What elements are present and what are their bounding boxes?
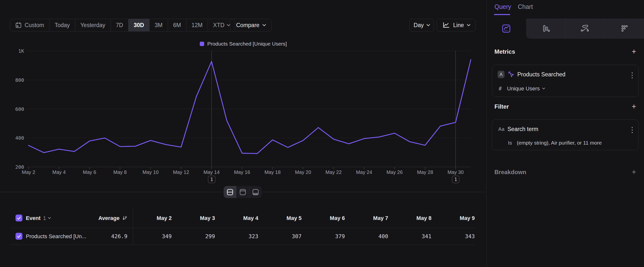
add-breakdown-button[interactable]: + xyxy=(630,168,638,177)
aggregation-dropdown[interactable]: Unique Users xyxy=(507,86,544,92)
kebab-menu-icon[interactable] xyxy=(632,72,633,80)
day-column-header[interactable]: May 4 xyxy=(215,215,258,221)
chevron-down-icon xyxy=(542,87,545,89)
day-column-header[interactable]: May 2 xyxy=(128,215,172,221)
day-value-cell: 323 xyxy=(215,233,258,239)
insights-icon xyxy=(502,24,511,33)
annotation-count-label: 1 xyxy=(210,177,213,182)
day-column-header[interactable]: May 3 xyxy=(172,215,215,221)
x-axis-tick-label: May 6 xyxy=(83,169,96,175)
x-axis-tick-label: May 12 xyxy=(173,169,189,175)
table-header-row: Event 1 Average May 2 May 3 May 4 May 5 … xyxy=(0,208,486,228)
day-value-cell: 349 xyxy=(128,233,172,239)
breakdown-heading: Breakdown xyxy=(494,169,526,176)
kebab-menu-icon[interactable] xyxy=(632,127,633,134)
day-value-cell: 379 xyxy=(302,233,345,239)
retention-icon xyxy=(620,24,629,33)
x-axis-tick-label: May 2 xyxy=(22,169,35,175)
chevron-down-icon xyxy=(48,216,51,219)
tab-insights[interactable] xyxy=(486,19,526,39)
day-column-header[interactable]: May 6 xyxy=(302,215,345,221)
text-property-icon: Aa xyxy=(498,126,504,132)
select-all-checkbox[interactable] xyxy=(16,214,22,221)
x-axis-tick-label: May 18 xyxy=(264,169,281,175)
metric-card[interactable]: A Products Searched # Unique U xyxy=(492,65,638,97)
average-value-cell: 426.9 xyxy=(81,233,128,239)
query-builder-panel: Query Chart xyxy=(486,0,644,267)
x-axis-tick-label: May 4 xyxy=(52,169,66,175)
y-axis-tick-label: 1K xyxy=(18,48,24,54)
split-view-icon xyxy=(226,189,234,196)
filter-value[interactable]: (empty string), Air purifier, or 11 more xyxy=(517,140,602,146)
y-axis-tick-label: 800 xyxy=(15,77,24,83)
check-icon xyxy=(16,215,22,220)
filter-card[interactable]: Aa Search term Is (empty string), Air pu… xyxy=(492,119,638,150)
metric-name: Products Searched xyxy=(517,71,566,78)
tab-retention[interactable] xyxy=(605,19,644,39)
day-value-cell: 341 xyxy=(388,233,432,239)
x-axis-tick-label: May 22 xyxy=(326,169,342,175)
chart-only-view-button[interactable] xyxy=(236,186,249,198)
x-axis-tick-label: May 26 xyxy=(386,169,403,175)
day-column-header[interactable]: May 5 xyxy=(258,215,302,221)
active-tab-underline xyxy=(494,14,510,15)
report-type-tabs xyxy=(486,19,644,39)
funnels-icon xyxy=(542,24,550,33)
day-value-cell: 299 xyxy=(172,233,215,239)
report-main-area: Custom Today Yesterday 7D 30D 3M 6M 12M … xyxy=(0,0,486,267)
y-axis-tick-label: 400 xyxy=(15,135,24,141)
filter-property-name: Search term xyxy=(508,126,538,133)
event-column-header[interactable]: Event 1 xyxy=(26,215,50,221)
table-view-icon xyxy=(252,189,259,196)
tab-flows[interactable] xyxy=(565,19,605,39)
day-column-header[interactable]: May 8 xyxy=(388,215,432,221)
annotation-count-label: 1 xyxy=(454,177,457,182)
y-axis-tick-label: 600 xyxy=(15,106,24,112)
average-column-header[interactable]: Average xyxy=(74,215,128,221)
filter-operator[interactable]: Is xyxy=(508,140,512,146)
x-axis-tick-label: May 28 xyxy=(417,169,433,175)
row-checkbox[interactable] xyxy=(16,233,22,240)
day-column-header[interactable]: May 7 xyxy=(345,215,388,221)
table-row[interactable]: Products Searched [Un... 426.9 349 299 3… xyxy=(0,228,486,244)
x-axis-tick-label: May 30 xyxy=(448,169,464,175)
chart-only-view-icon xyxy=(239,189,246,196)
x-axis-tick-label: May 14 xyxy=(204,169,220,175)
metrics-heading: Metrics xyxy=(494,48,515,55)
x-axis-tick-label: May 10 xyxy=(142,169,159,175)
table-view-button[interactable] xyxy=(249,186,262,198)
table-divider xyxy=(10,244,475,245)
sort-descending-icon xyxy=(122,215,128,221)
x-axis-tick-label: May 16 xyxy=(234,169,250,175)
day-column-header[interactable]: May 9 xyxy=(432,215,475,221)
flows-icon xyxy=(580,24,590,33)
day-value-cell: 343 xyxy=(432,233,475,239)
layout-toggle-group xyxy=(224,186,262,198)
trend-line-chart[interactable]: 2004006008001KMay 2May 4May 6May 8May 10… xyxy=(0,0,486,190)
series-line[interactable] xyxy=(28,60,471,153)
filter-heading: Filter xyxy=(494,103,509,110)
check-icon xyxy=(16,234,22,239)
day-value-cell: 307 xyxy=(258,233,302,239)
x-axis-tick-label: May 24 xyxy=(356,169,372,175)
tab-chart[interactable]: Chart xyxy=(518,3,533,10)
metric-letter-badge: A xyxy=(498,71,504,78)
click-pointer-icon xyxy=(508,71,515,78)
number-type-icon: # xyxy=(498,86,502,92)
tab-query[interactable]: Query xyxy=(494,3,511,10)
analytics-app: Custom Today Yesterday 7D 30D 3M 6M 12M … xyxy=(0,0,644,267)
add-metric-button[interactable]: + xyxy=(630,47,638,56)
x-axis-tick-label: May 8 xyxy=(114,169,127,175)
y-axis-tick-label: 200 xyxy=(15,164,24,170)
split-view-button[interactable] xyxy=(224,186,236,198)
tab-funnels[interactable] xyxy=(526,19,566,39)
add-filter-button[interactable]: + xyxy=(630,102,638,111)
day-value-cell: 400 xyxy=(345,233,388,239)
x-axis-tick-label: May 20 xyxy=(295,169,311,175)
